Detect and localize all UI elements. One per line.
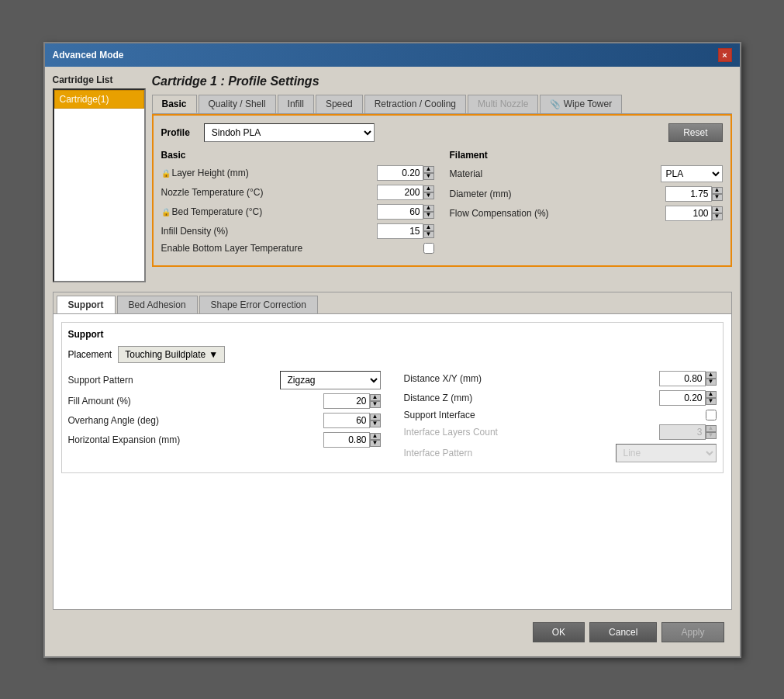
distance-z-down[interactable]: ▼: [706, 398, 717, 405]
diameter-spinner-btns: ▲ ▼: [712, 187, 723, 201]
overhang-angle-input[interactable]: [323, 413, 370, 428]
tab-quality-shell[interactable]: Quality / Shell: [199, 95, 276, 113]
field-flow-compensation: Flow Compensation (%) ▲ ▼: [450, 206, 723, 221]
distance-xy-input[interactable]: [659, 371, 706, 386]
infill-density-spinner: ▲ ▼: [377, 223, 434, 239]
interface-layers-input: [659, 424, 706, 440]
placement-chevron-icon: ▼: [209, 349, 218, 360]
tab-retraction-cooling[interactable]: Retraction / Cooling: [364, 95, 466, 113]
distance-z-spinner: ▲ ▼: [659, 390, 717, 406]
fill-amount-spinner: ▲ ▼: [323, 393, 381, 409]
infill-density-down[interactable]: ▼: [423, 231, 434, 238]
fill-amount-spinner-btns: ▲ ▼: [370, 394, 381, 408]
advanced-mode-dialog: Advanced Mode × Cartridge List Cartridge…: [43, 42, 741, 658]
material-select[interactable]: PLA ABS PETG: [661, 165, 723, 182]
tab-multi-nozzle: Multi Nozzle: [468, 95, 538, 113]
field-interface-layers: Interface Layers Count ▲ ▼: [404, 424, 717, 440]
tab-wipe-tower[interactable]: Wipe Tower: [540, 95, 622, 113]
dialog-body: Cartridge List Cartridge(1) Cartridge 1 …: [45, 67, 740, 656]
support-grid: Support Pattern Zigzag Grid Lines Fill A…: [68, 371, 717, 466]
overhang-angle-down[interactable]: ▼: [370, 420, 381, 427]
distance-xy-spinner: ▲ ▼: [659, 371, 717, 386]
lock-icon-2: [161, 206, 172, 217]
interface-pattern-select: Line: [616, 444, 717, 462]
horizontal-expansion-spinner: ▲ ▼: [323, 432, 381, 448]
cartridge-list-label: Cartridge List: [53, 74, 146, 85]
distance-xy-label: Distance X/Y (mm): [404, 373, 659, 384]
cartridge-item-1[interactable]: Cartridge(1): [54, 90, 144, 109]
flow-compensation-label: Flow Compensation (%): [450, 208, 665, 219]
bottom-tab-bed-adhesion[interactable]: Bed Adhesion: [117, 296, 198, 313]
tab-speed[interactable]: Speed: [316, 95, 363, 113]
bottom-tab-support[interactable]: Support: [57, 296, 116, 313]
bottom-layer-temp-checkbox[interactable]: [423, 243, 434, 254]
bed-temp-down[interactable]: ▼: [423, 212, 434, 219]
lock-icon-1: [161, 168, 172, 178]
flow-compensation-spinner: ▲ ▼: [665, 206, 723, 221]
flow-compensation-down[interactable]: ▼: [712, 213, 723, 220]
interface-layers-down: ▼: [706, 432, 717, 439]
horizontal-expansion-label: Horizontal Expansion (mm): [68, 434, 323, 445]
bed-temp-input[interactable]: [377, 204, 423, 220]
field-horizontal-expansion: Horizontal Expansion (mm) ▲ ▼: [68, 432, 381, 448]
distance-z-input[interactable]: [659, 390, 706, 406]
fill-amount-input[interactable]: [323, 393, 370, 409]
placement-value: Touching Buildplate: [125, 349, 205, 360]
horizontal-expansion-down[interactable]: ▼: [370, 440, 381, 447]
infill-density-input[interactable]: [377, 223, 423, 239]
nozzle-temp-down[interactable]: ▼: [423, 192, 434, 199]
apply-button[interactable]: Apply: [661, 622, 724, 642]
layer-height-input[interactable]: [377, 165, 423, 181]
nozzle-temp-input[interactable]: [377, 185, 423, 200]
nozzle-temp-spinner: ▲ ▼: [377, 185, 434, 200]
placement-label: Placement: [68, 349, 112, 360]
close-button[interactable]: ×: [718, 48, 732, 62]
basic-section-title: Basic: [161, 150, 434, 161]
bed-temp-label: Bed Temperature (°C): [161, 206, 377, 217]
field-layer-height: Layer Height (mm) ▲ ▼: [161, 165, 434, 181]
fill-amount-label: Fill Amount (%): [68, 396, 323, 407]
horizontal-expansion-input[interactable]: [323, 432, 370, 448]
support-interface-checkbox[interactable]: [706, 410, 717, 420]
profile-select-wrap: Profile Sindoh PLA Sindoh ABS Custom: [161, 123, 375, 142]
bottom-section: Support Bed Adhesion Shape Error Correct…: [53, 292, 732, 610]
layer-height-down[interactable]: ▼: [423, 173, 434, 180]
field-distance-xy: Distance X/Y (mm) ▲ ▼: [404, 371, 717, 386]
interface-layers-spinner: ▲ ▼: [659, 424, 717, 440]
layer-height-label: Layer Height (mm): [161, 168, 377, 178]
profile-settings-box: Profile Sindoh PLA Sindoh ABS Custom Res…: [152, 114, 732, 267]
bottom-tab-shape-error[interactable]: Shape Error Correction: [199, 296, 318, 313]
settings-two-col: Basic Layer Height (mm) ▲ ▼: [161, 150, 723, 258]
diameter-down[interactable]: ▼: [712, 194, 723, 201]
bed-temp-spinner-btns: ▲ ▼: [423, 205, 434, 219]
field-interface-pattern: Interface Pattern Line: [404, 444, 717, 462]
infill-density-spinner-btns: ▲ ▼: [423, 224, 434, 238]
tab-infill[interactable]: Infill: [278, 95, 314, 113]
placement-dropdown[interactable]: Touching Buildplate ▼: [118, 346, 225, 363]
field-infill-density: Infill Density (%) ▲ ▼: [161, 223, 434, 239]
reset-button[interactable]: Reset: [668, 123, 722, 142]
cartridge-panel: Cartridge List Cartridge(1): [53, 74, 146, 282]
field-material: Material PLA ABS PETG: [450, 165, 723, 182]
diameter-input[interactable]: [665, 186, 712, 202]
distance-xy-down[interactable]: ▼: [706, 379, 717, 386]
interface-layers-label: Interface Layers Count: [404, 427, 659, 438]
distance-z-spinner-btns: ▲ ▼: [706, 391, 717, 405]
right-panel: Cartridge 1 : Profile Settings Basic Qua…: [152, 74, 732, 282]
infill-density-label: Infill Density (%): [161, 226, 377, 237]
fill-amount-down[interactable]: ▼: [370, 401, 381, 408]
overhang-angle-label: Overhang Angle (deg): [68, 415, 323, 426]
ok-button[interactable]: OK: [533, 622, 585, 642]
support-pattern-select[interactable]: Zigzag Grid Lines: [280, 371, 381, 389]
flow-compensation-input[interactable]: [665, 206, 712, 221]
tab-basic[interactable]: Basic: [152, 95, 197, 113]
bottom-layer-temp-label: Enable Bottom Layer Temperature: [161, 243, 423, 254]
title-bar: Advanced Mode ×: [45, 43, 740, 67]
overhang-angle-spinner-btns: ▲ ▼: [370, 414, 381, 427]
filament-col: Filament Material PLA ABS PETG Di: [450, 150, 723, 258]
field-bottom-layer-temp: Enable Bottom Layer Temperature: [161, 243, 434, 254]
field-diameter: Diameter (mm) ▲ ▼: [450, 186, 723, 202]
profile-select[interactable]: Sindoh PLA Sindoh ABS Custom: [204, 123, 375, 142]
cancel-button[interactable]: Cancel: [589, 622, 657, 642]
material-label: Material: [450, 168, 661, 179]
